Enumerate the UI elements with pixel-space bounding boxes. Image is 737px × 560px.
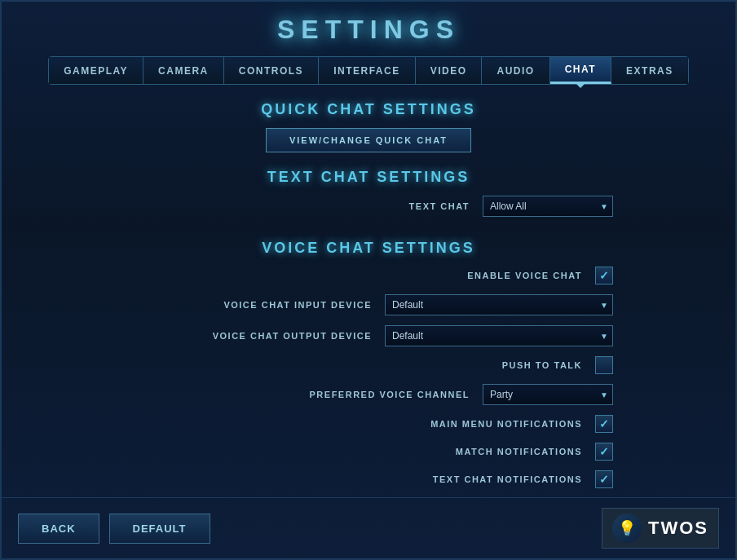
text-chat-notifications-checkbox[interactable] [595,470,613,488]
voice-input-dropdown[interactable]: Default [385,294,613,315]
enable-voice-chat-row: ENABLE VOICE CHAT [124,267,613,284]
main-content: QUICK CHAT SETTINGS VIEW/CHANGE QUICK CH… [2,85,735,497]
preferred-channel-row: PREFERRED VOICE CHANNEL Party Team Match [124,384,613,405]
preferred-channel-label: PREFERRED VOICE CHANNEL [307,390,470,399]
text-chat-row: TEXT CHAT Allow All Allow Disable [124,196,613,217]
twos-watermark: 💡 TWOS [602,508,719,549]
voice-chat-heading: VOICE CHAT SETTINGS [262,240,475,257]
tab-camera[interactable]: CAMERA [143,57,224,84]
text-chat-label: TEXT CHAT [307,201,470,211]
push-to-talk-label: PUSH TO TALK [419,360,582,370]
text-chat-heading: TEXT CHAT SETTINGS [267,169,470,186]
preferred-channel-dropdown-wrapper: Party Team Match [483,384,613,405]
voice-output-row: VOICE CHAT OUTPUT DEVICE Default [124,325,613,346]
match-notifications-row: MATCH NOTIFICATIONS [124,443,613,461]
voice-output-dropdown[interactable]: Default [385,325,613,346]
tab-extras[interactable]: EXTRAS [611,57,688,84]
enable-voice-chat-label: ENABLE VOICE CHAT [419,271,582,280]
tab-interface[interactable]: INTERFACE [319,57,416,84]
text-chat-section: TEXT CHAT Allow All Allow Disable [124,196,613,227]
settings-window: SETTINGS GAMEPLAY CAMERA CONTROLS INTERF… [0,0,737,560]
tab-bar: GAMEPLAY CAMERA CONTROLS INTERFACE VIDEO… [48,56,689,85]
voice-chat-section: ENABLE VOICE CHAT VOICE CHAT INPUT DEVIC… [124,267,613,497]
quick-chat-heading: QUICK CHAT SETTINGS [261,101,476,118]
voice-output-dropdown-wrapper: Default [385,325,613,346]
bottom-bar: BACK DEFAULT 💡 TWOS [2,497,735,558]
match-notifications-label: MATCH NOTIFICATIONS [419,447,582,456]
main-menu-notifications-row: MAIN MENU NOTIFICATIONS [124,415,613,433]
page-title: SETTINGS [277,15,460,45]
text-chat-dropdown-wrapper: Allow All Allow Disable [483,196,613,217]
twos-logo-icon: 💡 [612,514,642,543]
text-chat-dropdown[interactable]: Allow All Allow Disable [483,196,613,217]
push-to-talk-row: PUSH TO TALK [124,356,613,374]
text-chat-notifications-row: TEXT CHAT NOTIFICATIONS [124,470,613,488]
tab-chat[interactable]: CHAT [550,57,611,84]
default-button[interactable]: DEFAULT [109,514,210,544]
text-chat-notifications-label: TEXT CHAT NOTIFICATIONS [419,474,582,484]
voice-input-dropdown-wrapper: Default [385,294,613,315]
voice-output-label: VOICE CHAT OUTPUT DEVICE [209,331,372,341]
match-notifications-checkbox[interactable] [595,443,613,461]
tab-gameplay[interactable]: GAMEPLAY [49,57,143,84]
voice-input-row: VOICE CHAT INPUT DEVICE Default [124,294,613,315]
view-change-quick-chat-button[interactable]: VIEW/CHANGE QUICK CHAT [266,128,471,152]
main-menu-notifications-label: MAIN MENU NOTIFICATIONS [419,419,582,429]
tab-audio[interactable]: AUDIO [482,57,549,84]
tab-controls[interactable]: CONTROLS [224,57,319,84]
bottom-buttons: BACK DEFAULT [18,514,210,544]
twos-text: TWOS [648,518,708,539]
push-to-talk-checkbox[interactable] [595,356,613,374]
voice-input-label: VOICE CHAT INPUT DEVICE [209,300,372,310]
preferred-channel-dropdown[interactable]: Party Team Match [483,384,613,405]
back-button[interactable]: BACK [18,514,99,544]
main-menu-notifications-checkbox[interactable] [595,415,613,433]
tab-video[interactable]: VIDEO [416,57,483,84]
enable-voice-chat-checkbox[interactable] [595,267,613,284]
